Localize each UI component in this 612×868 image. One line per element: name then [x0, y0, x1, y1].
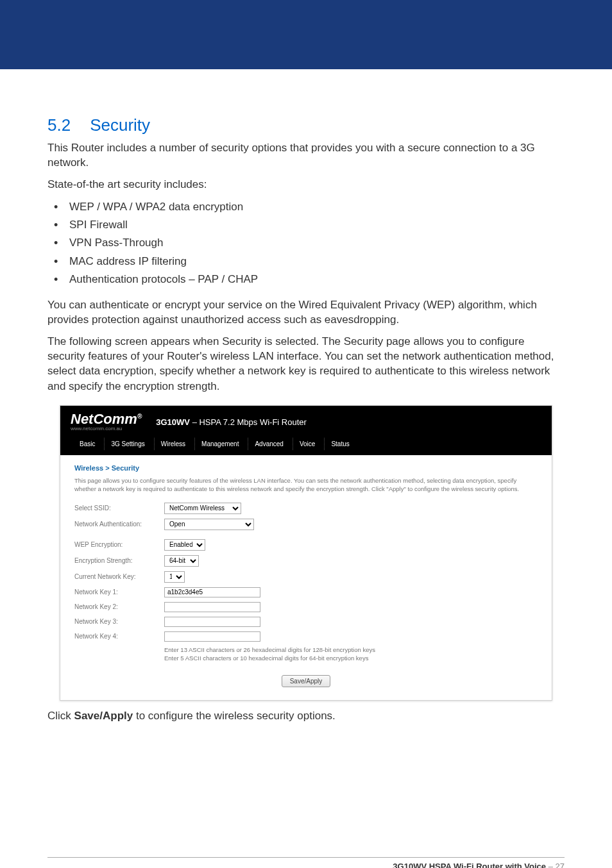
- intro-paragraph-4: The following screen appears when Securi…: [47, 334, 565, 394]
- nav-wireless[interactable]: Wireless: [154, 438, 194, 450]
- select-wep-encryption[interactable]: Enabled: [164, 539, 205, 551]
- footer-page-number: 27: [556, 862, 565, 868]
- select-current-network-key[interactable]: 1: [164, 571, 185, 583]
- nav-advanced[interactable]: Advanced: [248, 438, 292, 450]
- product-subtitle: – HSPA 7.2 Mbps Wi-Fi Router: [190, 417, 307, 427]
- caption-suffix: to configure the wireless security optio…: [133, 710, 336, 722]
- row-ssid: Select SSID: NetComm Wireless: [74, 503, 538, 514]
- section-heading: 5.2Security: [47, 115, 565, 135]
- list-item: VPN Pass-Through: [47, 234, 565, 252]
- input-network-key-1[interactable]: [164, 587, 260, 597]
- row-wep: WEP Encryption: Enabled: [74, 539, 538, 551]
- screenshot-caption: Click Save/Apply to configure the wirele…: [47, 710, 565, 722]
- label-auth: Network Authentication:: [74, 521, 164, 528]
- input-network-key-2[interactable]: [164, 602, 260, 612]
- select-ssid[interactable]: NetComm Wireless: [164, 503, 241, 514]
- nav-status[interactable]: Status: [324, 438, 358, 450]
- page-footer: 3G10WV HSPA Wi-Fi Router with Voice – 27: [0, 858, 612, 868]
- brand-logo-text: NetComm: [71, 411, 137, 427]
- row-auth: Network Authentication: Open: [74, 519, 538, 530]
- footer-product: 3G10WV HSPA Wi-Fi Router with Voice: [393, 862, 546, 868]
- row-strength: Encryption Strength: 64-bit: [74, 555, 538, 567]
- label-key-1: Network Key 1:: [74, 588, 164, 596]
- select-encryption-strength[interactable]: 64-bit: [164, 555, 199, 567]
- top-banner: [0, 0, 612, 69]
- brand-url: www.netcomm.com.au: [71, 426, 142, 431]
- router-body: Wireless > Security This page allows you…: [60, 455, 552, 699]
- select-network-authentication[interactable]: Open: [164, 519, 254, 530]
- router-header: NetComm® www.netcomm.com.au 3G10WV – HSP…: [60, 406, 552, 435]
- section-title: Security: [90, 115, 150, 135]
- section-number: 5.2: [47, 115, 71, 135]
- page-description: This page allows you to configure securi…: [74, 477, 538, 494]
- list-item: WEP / WPA / WPA2 data encryption: [47, 198, 565, 216]
- label-key-2: Network Key 2:: [74, 603, 164, 610]
- feature-list: WEP / WPA / WPA2 data encryption SPI Fir…: [47, 198, 565, 288]
- apply-row: Save/Apply: [74, 674, 538, 687]
- label-key-4: Network Key 4:: [74, 633, 164, 640]
- product-title: 3G10WV – HSPA 7.2 Mbps Wi-Fi Router: [156, 417, 307, 427]
- input-network-key-3[interactable]: [164, 617, 260, 627]
- nav-3g-settings[interactable]: 3G Settings: [104, 438, 153, 450]
- nav-basic[interactable]: Basic: [80, 438, 104, 450]
- nav-management[interactable]: Management: [194, 438, 248, 450]
- intro-paragraph-1: This Router includes a number of securit…: [47, 140, 565, 171]
- list-item: MAC address IP filtering: [47, 253, 565, 271]
- page-body: 5.2Security This Router includes a numbe…: [0, 69, 612, 722]
- list-item: SPI Firewall: [47, 216, 565, 234]
- row-key-2: Network Key 2:: [74, 602, 538, 612]
- intro-paragraph-3: You can authenticate or encrypt your ser…: [47, 297, 565, 328]
- input-network-key-4[interactable]: [164, 631, 260, 642]
- row-key-3: Network Key 3:: [74, 617, 538, 627]
- list-item: Authentication protocols – PAP / CHAP: [47, 271, 565, 288]
- label-wep: WEP Encryption:: [74, 541, 164, 548]
- router-ui-screenshot: NetComm® www.netcomm.com.au 3G10WV – HSP…: [60, 405, 552, 700]
- row-current-key: Current Network Key: 1: [74, 571, 538, 583]
- product-name: 3G10WV: [156, 417, 190, 427]
- label-ssid: Select SSID:: [74, 505, 164, 512]
- row-key-4: Network Key 4:: [74, 631, 538, 642]
- breadcrumb: Wireless > Security: [74, 464, 538, 472]
- label-strength: Encryption Strength:: [74, 557, 164, 564]
- caption-prefix: Click: [47, 710, 74, 722]
- caption-bold: Save/Apply: [74, 710, 133, 722]
- brand-logo: NetComm® www.netcomm.com.au: [71, 412, 142, 431]
- footer-sep: –: [546, 862, 555, 868]
- hint-64bit: Enter 5 ASCII characters or 10 hexadecim…: [164, 655, 538, 663]
- nav-voice[interactable]: Voice: [293, 438, 324, 450]
- router-nav: Basic 3G Settings Wireless Management Ad…: [60, 435, 552, 455]
- label-key-3: Network Key 3:: [74, 618, 164, 625]
- intro-paragraph-2: State-of-the art security includes:: [47, 177, 565, 192]
- row-key-1: Network Key 1:: [74, 587, 538, 597]
- save-apply-button[interactable]: Save/Apply: [282, 675, 331, 687]
- label-current-key: Current Network Key:: [74, 573, 164, 580]
- hint-128bit: Enter 13 ASCII characters or 26 hexadeci…: [164, 646, 538, 655]
